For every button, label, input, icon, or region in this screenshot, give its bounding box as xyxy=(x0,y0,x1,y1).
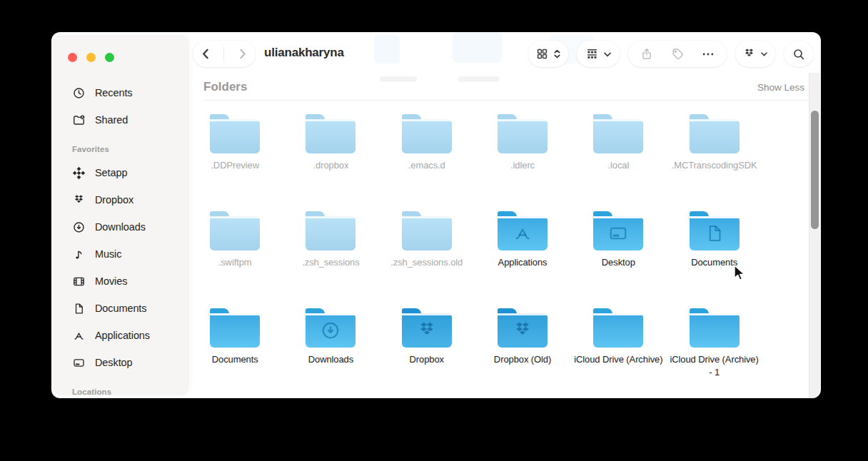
window-title: ulianakharyna xyxy=(264,46,344,60)
sidebar-item-label: Dropbox xyxy=(95,194,133,206)
more-button[interactable] xyxy=(701,47,715,61)
sidebar: Recents Shared Favorites Setapp Dropbox … xyxy=(54,36,188,395)
folder-icon xyxy=(690,313,740,348)
dropbox-glyph-icon xyxy=(510,320,535,341)
toolbar-buttons xyxy=(528,41,814,67)
header-divider xyxy=(203,100,809,101)
ghost-folder xyxy=(374,35,400,64)
folder-Desktop[interactable]: Desktop xyxy=(570,209,666,269)
search-icon xyxy=(792,47,806,61)
sidebar-item-desktop[interactable]: Desktop xyxy=(54,349,188,376)
dropbox-icon xyxy=(72,193,86,207)
minimize-window-button[interactable] xyxy=(86,53,96,62)
sidebar-item-setapp[interactable]: Setapp xyxy=(54,159,188,186)
folder-icon xyxy=(402,313,452,348)
folder-label: iCloud Drive (Archive) - 1 xyxy=(670,353,760,378)
folder-icon xyxy=(593,119,643,153)
folder-.dropbox[interactable]: .dropbox xyxy=(283,112,378,172)
music-note-icon xyxy=(72,248,86,261)
folder-icon xyxy=(498,313,547,348)
group-by-button[interactable] xyxy=(577,41,620,67)
film-icon xyxy=(72,275,86,288)
group-by-icon xyxy=(585,47,599,61)
nav-divider xyxy=(223,47,224,61)
scrollbar-track xyxy=(809,73,820,398)
updown-chevrons-icon xyxy=(553,49,561,59)
finder-window: ulianakharyna Folders xyxy=(51,32,821,398)
sidebar-item-documents[interactable]: Documents xyxy=(54,295,188,322)
ghost-label xyxy=(380,76,417,82)
folder-.swiftpm[interactable]: .swiftpm xyxy=(187,209,283,269)
sidebar-item-dropbox[interactable]: Dropbox xyxy=(54,186,188,213)
document-glyph-icon xyxy=(702,223,727,244)
grid-view-icon xyxy=(535,47,549,61)
folder-.MCTranscodingSDK[interactable]: .MCTranscodingSDK xyxy=(666,112,762,172)
folder-icon xyxy=(402,119,452,153)
folder-iCloud-Drive-(Archive)[interactable]: iCloud Drive (Archive) xyxy=(570,306,666,366)
folder-label: Applications xyxy=(498,256,547,269)
sidebar-item-label: Recents xyxy=(95,87,133,98)
tag-button[interactable] xyxy=(670,47,685,61)
folder-label: Dropbox (Old) xyxy=(494,353,551,366)
folder-.zsh_sessions[interactable]: .zsh_sessions xyxy=(283,209,378,269)
folder-Applications[interactable]: Applications xyxy=(475,209,570,269)
folder-.emacs.d[interactable]: .emacs.d xyxy=(379,112,475,172)
folder-row: .DDPreview .dropbox .emacs.d .idlerc .lo… xyxy=(187,112,762,209)
sidebar-section-favorites: Favorites xyxy=(72,145,188,156)
close-window-button[interactable] xyxy=(68,53,77,62)
show-less-link[interactable]: Show Less xyxy=(757,82,804,93)
folder-icon xyxy=(498,119,547,153)
sidebar-item-label: Desktop xyxy=(95,357,133,368)
folder-icon xyxy=(593,313,643,348)
sidebar-item-shared[interactable]: Shared xyxy=(54,106,188,133)
dropbox-button[interactable] xyxy=(735,41,775,67)
folder-label: iCloud Drive (Archive) xyxy=(574,353,662,366)
sidebar-item-recents[interactable]: Recents xyxy=(54,79,188,106)
chevron-down-icon xyxy=(603,51,612,58)
folder-iCloud-Drive-(Archive)---1[interactable]: iCloud Drive (Archive) - 1 xyxy=(666,306,762,378)
folder-label: Downloads xyxy=(308,353,353,366)
sidebar-list: Recents Shared Favorites Setapp Dropbox … xyxy=(54,79,188,395)
folder-.idlerc[interactable]: .idlerc xyxy=(475,112,570,172)
scrollbar-thumb[interactable] xyxy=(811,111,819,229)
folder-Dropbox[interactable]: Dropbox xyxy=(379,306,475,366)
folder-label: Dropbox xyxy=(410,353,444,366)
share-button[interactable] xyxy=(640,47,654,61)
folder-Documents[interactable]: Documents xyxy=(666,209,762,269)
folder-Dropbox-(Old)[interactable]: Dropbox (Old) xyxy=(475,306,570,366)
sidebar-item-downloads[interactable]: Downloads xyxy=(54,213,188,240)
folder-label: .zsh_sessions.old xyxy=(390,256,463,269)
folder-icon xyxy=(306,216,355,250)
sidebar-item-movies[interactable]: Movies xyxy=(54,268,188,295)
tag-icon xyxy=(670,47,685,61)
clock-icon xyxy=(72,86,86,100)
folder-icon xyxy=(402,216,452,250)
ghost-folder xyxy=(453,32,503,63)
folder-label: .zsh_sessions xyxy=(302,256,359,269)
chevron-left-icon xyxy=(198,46,214,62)
forward-button[interactable] xyxy=(234,46,251,62)
folder-label: Documents xyxy=(691,256,737,269)
download-circle-icon xyxy=(72,221,86,234)
folder-icon xyxy=(210,119,260,153)
zoom-window-button[interactable] xyxy=(105,53,114,62)
folder-label: .swiftpm xyxy=(218,256,252,269)
toolbar: ulianakharyna Folders xyxy=(190,32,821,103)
document-icon xyxy=(72,302,86,315)
folder-Downloads[interactable]: Downloads xyxy=(283,306,378,366)
search-button[interactable] xyxy=(784,41,814,67)
folder-Documents[interactable]: Documents xyxy=(187,306,283,366)
sidebar-item-label: Applications xyxy=(95,330,150,341)
folder-icon xyxy=(210,313,260,348)
folder-.local[interactable]: .local xyxy=(570,112,666,172)
sidebar-section-locations: Locations xyxy=(72,387,188,395)
folder-label: .local xyxy=(607,159,629,172)
ellipsis-icon xyxy=(701,47,715,61)
folder-.zsh_sessions.old[interactable]: .zsh_sessions.old xyxy=(379,209,475,269)
back-button[interactable] xyxy=(198,46,214,62)
sidebar-item-music[interactable]: Music xyxy=(54,240,188,268)
sidebar-item-applications[interactable]: Applications xyxy=(54,322,188,349)
view-options-button[interactable] xyxy=(528,41,568,67)
folder-icon xyxy=(306,119,355,153)
folder-.DDPreview[interactable]: .DDPreview xyxy=(187,112,283,172)
